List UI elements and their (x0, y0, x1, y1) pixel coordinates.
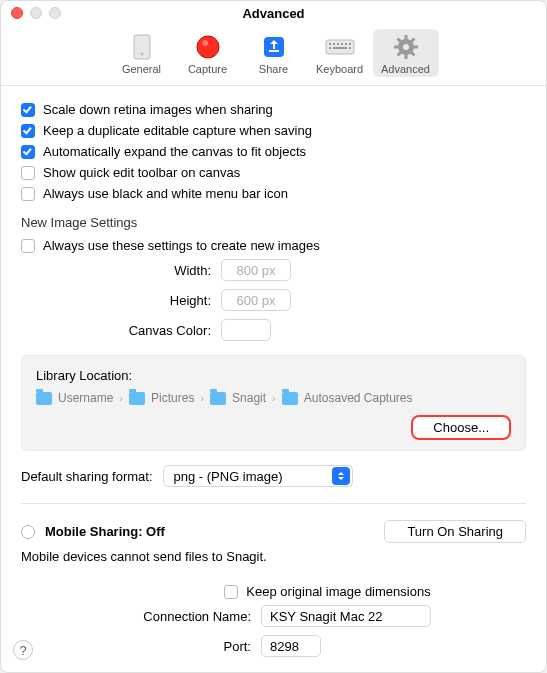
svg-rect-20 (404, 54, 407, 59)
default-format-select[interactable]: png - (PNG image) (163, 465, 353, 487)
tab-label: Keyboard (316, 63, 363, 75)
preferences-window: Advanced General Capture Share Keyboard (0, 0, 547, 673)
svg-rect-10 (337, 43, 339, 45)
breadcrumb: Username › Pictures › Snagit › Autosaved… (36, 391, 511, 405)
checkbox-auto-expand[interactable] (21, 145, 35, 159)
zoom-icon (49, 7, 61, 19)
checkbox-label: Always use these settings to create new … (43, 238, 320, 253)
turn-on-sharing-button[interactable]: Turn On Sharing (384, 520, 526, 543)
select-value: png - (PNG image) (174, 469, 283, 484)
width-label: Width: (21, 263, 221, 278)
svg-rect-11 (341, 43, 343, 45)
folder-icon (129, 392, 145, 405)
crumb: Autosaved Captures (304, 391, 413, 405)
tab-label: Share (259, 63, 288, 75)
window-title: Advanced (242, 6, 304, 21)
titlebar: Advanced (1, 1, 546, 25)
svg-rect-19 (404, 35, 407, 40)
chevron-right-icon: › (200, 392, 204, 404)
svg-rect-6 (269, 50, 279, 52)
tab-label: General (122, 63, 161, 75)
close-icon[interactable] (11, 7, 23, 19)
svg-rect-22 (413, 46, 418, 49)
mobile-note: Mobile devices cannot send files to Snag… (21, 549, 526, 564)
tab-general[interactable]: General (109, 29, 175, 77)
chevron-right-icon: › (272, 392, 276, 404)
checkbox-keep-original[interactable] (224, 585, 238, 599)
checkbox-label: Keep a duplicate editable capture when s… (43, 123, 312, 138)
keyboard-icon (325, 33, 355, 61)
library-location-box: Library Location: Username › Pictures › … (21, 355, 526, 451)
tab-advanced[interactable]: Advanced (373, 29, 439, 77)
connection-name-label: Connection Name: (21, 609, 261, 624)
new-image-settings-label: New Image Settings (21, 215, 526, 230)
width-input[interactable]: 800 px (221, 259, 291, 281)
svg-point-4 (202, 40, 208, 46)
crumb: Username (58, 391, 113, 405)
checkbox-scale-down[interactable] (21, 103, 35, 117)
svg-rect-15 (333, 47, 347, 49)
gear-icon (391, 33, 421, 61)
folder-icon (36, 392, 52, 405)
tab-label: Capture (188, 63, 227, 75)
checkbox-bw-menubar[interactable] (21, 187, 35, 201)
svg-rect-16 (349, 47, 351, 49)
checkbox-always-use[interactable] (21, 239, 35, 253)
share-icon (259, 33, 289, 61)
checkbox-label: Automatically expand the canvas to fit o… (43, 144, 306, 159)
canvas-color-swatch[interactable] (221, 319, 271, 341)
toolbar: General Capture Share Keyboard Advanced (1, 25, 546, 86)
library-location-label: Library Location: (36, 368, 511, 383)
mobile-sharing-heading: Mobile Sharing: Off (45, 524, 165, 539)
crumb: Pictures (151, 391, 194, 405)
svg-rect-14 (329, 47, 331, 49)
svg-rect-21 (394, 46, 399, 49)
checkbox-label: Scale down retina images when sharing (43, 102, 273, 117)
connection-name-input[interactable]: KSY Snagit Mac 22 (261, 605, 431, 627)
canvas-color-label: Canvas Color: (21, 323, 221, 338)
checkbox-quick-edit[interactable] (21, 166, 35, 180)
svg-rect-8 (329, 43, 331, 45)
crumb: Snagit (232, 391, 266, 405)
checkbox-label: Show quick edit toolbar on canvas (43, 165, 240, 180)
svg-rect-13 (349, 43, 351, 45)
folder-icon (282, 392, 298, 405)
divider (21, 503, 526, 504)
svg-rect-9 (333, 43, 335, 45)
tab-share[interactable]: Share (241, 29, 307, 77)
height-label: Height: (21, 293, 221, 308)
checkbox-label: Always use black and white menu bar icon (43, 186, 288, 201)
svg-point-18 (403, 44, 409, 50)
minimize-icon (30, 7, 42, 19)
general-icon (127, 33, 157, 61)
svg-rect-12 (345, 43, 347, 45)
traffic-lights (11, 7, 61, 19)
capture-icon (193, 33, 223, 61)
checkbox-label: Keep original image dimensions (246, 584, 430, 599)
height-input[interactable]: 600 px (221, 289, 291, 311)
checkbox-keep-duplicate[interactable] (21, 124, 35, 138)
tab-keyboard[interactable]: Keyboard (307, 29, 373, 77)
svg-point-1 (140, 52, 143, 55)
tab-capture[interactable]: Capture (175, 29, 241, 77)
port-label: Port: (21, 639, 261, 654)
select-arrows-icon (332, 467, 350, 485)
mobile-sharing-radio[interactable] (21, 525, 35, 539)
chevron-right-icon: › (119, 392, 123, 404)
tab-label: Advanced (381, 63, 430, 75)
content: Scale down retina images when sharing Ke… (1, 86, 546, 673)
folder-icon (210, 392, 226, 405)
choose-button[interactable]: Choose... (411, 415, 511, 440)
help-button[interactable]: ? (13, 640, 33, 660)
default-format-label: Default sharing format: (21, 469, 163, 484)
port-input[interactable]: 8298 (261, 635, 321, 657)
